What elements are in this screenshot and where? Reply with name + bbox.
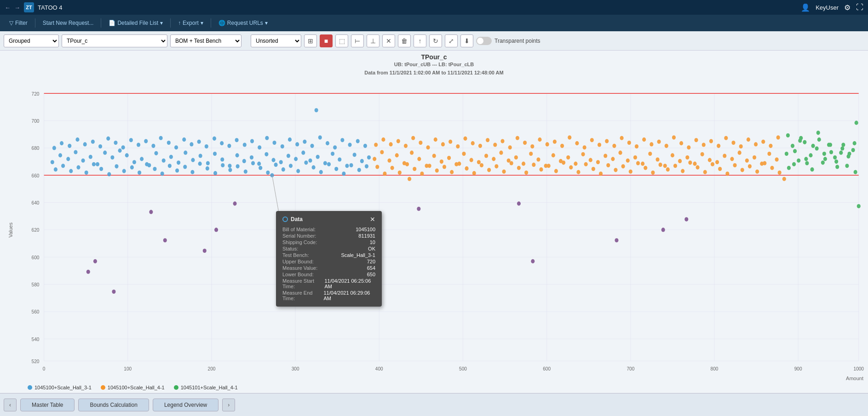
tooltip-row: Measure Start Time:11/04/2021 06:25:06 A… bbox=[282, 278, 375, 289]
tooltip-close-button[interactable]: ✕ bbox=[370, 216, 375, 223]
svg-point-49 bbox=[74, 150, 77, 154]
svg-point-192 bbox=[432, 154, 436, 158]
request-urls-button[interactable]: 🌐 Request URLs ▾ bbox=[215, 18, 271, 28]
legend-dot-2 bbox=[101, 385, 105, 390]
master-table-tab[interactable]: Master Table bbox=[20, 399, 75, 411]
svg-point-182 bbox=[112, 290, 115, 294]
svg-point-69 bbox=[220, 158, 224, 162]
svg-point-176 bbox=[149, 210, 153, 214]
legend-item-3: 1045101+Scale_Hall_4-1 bbox=[174, 385, 238, 390]
square-icon-btn[interactable]: ■ bbox=[320, 34, 333, 47]
new-request-button[interactable]: Start New Request... bbox=[39, 18, 98, 28]
svg-point-190 bbox=[417, 157, 421, 161]
svg-text:300: 300 bbox=[292, 365, 299, 371]
up-icon-btn[interactable]: ↑ bbox=[414, 34, 426, 47]
svg-point-83 bbox=[323, 161, 327, 165]
download-icon-btn[interactable]: ⬇ bbox=[460, 34, 473, 47]
svg-point-142 bbox=[130, 165, 134, 170]
svg-point-220 bbox=[641, 162, 644, 166]
refresh-icon-btn[interactable]: ↻ bbox=[429, 34, 442, 47]
svg-text:500: 500 bbox=[459, 365, 467, 371]
x-axis-label: Amount bbox=[846, 376, 863, 381]
grouped-select[interactable]: Grouped bbox=[4, 34, 59, 47]
svg-point-159 bbox=[259, 166, 262, 170]
svg-point-344 bbox=[748, 164, 752, 168]
svg-point-286 bbox=[724, 136, 728, 140]
back-arrow[interactable]: ← bbox=[5, 4, 11, 11]
svg-point-178 bbox=[163, 238, 167, 242]
expand-icon-btn[interactable]: ⤢ bbox=[445, 34, 458, 47]
svg-point-388 bbox=[829, 150, 833, 154]
settings-icon[interactable]: ⚙ bbox=[844, 3, 851, 12]
svg-point-130 bbox=[356, 139, 360, 143]
toggle-knob bbox=[477, 38, 483, 44]
svg-point-91 bbox=[60, 141, 63, 145]
svg-point-134 bbox=[69, 169, 73, 173]
svg-point-149 bbox=[183, 165, 187, 169]
filter-button[interactable]: ▽ Filter bbox=[6, 18, 31, 28]
svg-point-193 bbox=[440, 160, 443, 164]
svg-point-169 bbox=[334, 167, 338, 171]
legend-overview-tab[interactable]: Legend Overview bbox=[153, 399, 218, 411]
svg-point-74 bbox=[257, 162, 261, 166]
tpour-select[interactable]: TPour_c bbox=[62, 34, 167, 47]
svg-point-75 bbox=[264, 152, 268, 156]
svg-point-214 bbox=[596, 160, 600, 164]
svg-point-270 bbox=[605, 139, 609, 143]
next-tab-button[interactable]: › bbox=[222, 399, 235, 411]
svg-point-333 bbox=[666, 167, 670, 171]
svg-point-119 bbox=[273, 141, 276, 145]
svg-point-269 bbox=[598, 143, 601, 147]
trash-icon-btn[interactable]: 🗑 bbox=[398, 34, 411, 47]
svg-point-203 bbox=[514, 155, 518, 160]
export-button[interactable]: ↑ Export ▾ bbox=[174, 18, 207, 28]
svg-point-308 bbox=[480, 163, 483, 167]
chart-subtitle: UB: tPour_cUB --- LB: tPour_cLB Data fro… bbox=[0, 61, 868, 77]
bom-select[interactable]: BOM + Test Bench bbox=[170, 34, 241, 47]
file-list-button[interactable]: 📄 Detailed File List ▾ bbox=[105, 18, 167, 28]
grid-icon-btn[interactable]: ⊞ bbox=[304, 34, 317, 47]
x-icon-btn[interactable]: ✕ bbox=[382, 34, 395, 47]
svg-point-255 bbox=[493, 143, 497, 147]
svg-point-117 bbox=[258, 145, 261, 149]
scatter-chart[interactable]: 720 700 680 660 640 620 600 580 560 540 … bbox=[21, 78, 868, 382]
svg-point-264 bbox=[560, 144, 564, 148]
svg-text:400: 400 bbox=[375, 365, 383, 371]
svg-text:600: 600 bbox=[32, 254, 40, 260]
svg-point-242 bbox=[397, 139, 400, 143]
svg-point-258 bbox=[516, 136, 519, 140]
svg-point-253 bbox=[478, 144, 482, 148]
transparent-toggle[interactable] bbox=[476, 37, 492, 45]
svg-text:700: 700 bbox=[32, 118, 40, 124]
svg-point-141 bbox=[122, 169, 126, 173]
svg-point-52 bbox=[96, 162, 99, 166]
green-dots-group bbox=[785, 121, 861, 209]
v-line-icon-btn[interactable]: ⊥ bbox=[367, 34, 379, 47]
svg-point-146 bbox=[161, 171, 164, 176]
tooltip-row: Bill of Material:1045100 bbox=[282, 227, 375, 232]
svg-point-268 bbox=[590, 138, 594, 142]
svg-text:540: 540 bbox=[32, 336, 40, 342]
svg-point-62 bbox=[169, 155, 173, 159]
svg-point-234 bbox=[745, 159, 749, 163]
h-line-icon-btn[interactable]: ⊢ bbox=[351, 34, 364, 47]
svg-point-284 bbox=[709, 139, 713, 143]
tooltip-row: Shipping Code:10 bbox=[282, 239, 375, 245]
unsorted-select[interactable]: Unsorted bbox=[251, 34, 301, 47]
bounds-calc-tab[interactable]: Bounds Calculation bbox=[78, 399, 149, 411]
svg-point-232 bbox=[730, 157, 734, 161]
fullscreen-icon[interactable]: ⛶ bbox=[856, 3, 863, 11]
svg-point-115 bbox=[243, 143, 247, 147]
svg-point-267 bbox=[583, 145, 586, 149]
svg-point-204 bbox=[522, 162, 525, 166]
svg-point-99 bbox=[121, 145, 125, 149]
svg-point-93 bbox=[75, 137, 79, 142]
svg-point-299 bbox=[413, 167, 416, 171]
forward-arrow[interactable]: → bbox=[14, 4, 20, 11]
transparent-toggle-container: Transparent points bbox=[476, 37, 540, 45]
dashed-rect-icon-btn[interactable]: ⬚ bbox=[335, 34, 348, 47]
svg-point-81 bbox=[308, 159, 312, 163]
svg-point-241 bbox=[389, 142, 393, 147]
prev-tab-button[interactable]: ‹ bbox=[4, 399, 17, 411]
svg-point-151 bbox=[198, 162, 202, 166]
